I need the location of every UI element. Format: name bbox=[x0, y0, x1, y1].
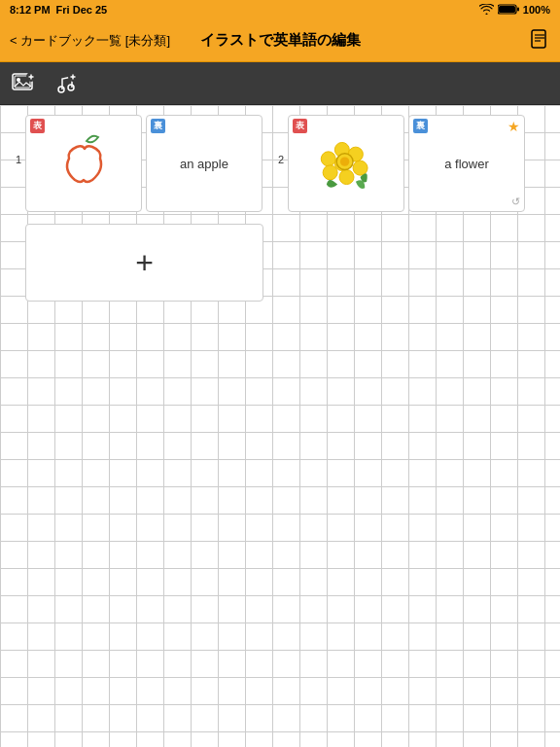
card-pair-1: 1 表 裏 an apple bbox=[10, 115, 262, 212]
apple-illustration bbox=[50, 129, 118, 197]
nav-bar: < カードブック一覧 [未分類] イラストで英単語の編集 bbox=[0, 19, 560, 62]
card-2-star[interactable]: ★ bbox=[508, 119, 520, 134]
svg-point-26 bbox=[339, 157, 348, 165]
svg-rect-2 bbox=[517, 7, 519, 11]
nav-title: イラストで英単語の編集 bbox=[200, 31, 361, 50]
card-2-front-badge: 表 bbox=[293, 119, 307, 133]
card-1-back[interactable]: 裏 an apple bbox=[146, 115, 262, 212]
status-day: Fri Dec 25 bbox=[56, 4, 108, 16]
card-1-front[interactable]: 表 bbox=[25, 115, 142, 212]
svg-point-14 bbox=[68, 85, 74, 90]
card-pair-2: 2 表 bbox=[272, 115, 525, 212]
back-button[interactable]: < カードブック一覧 [未分類] bbox=[10, 32, 170, 50]
status-time: 8:12 PM bbox=[10, 4, 51, 16]
card-2-back[interactable]: 裏 ★ ↺ a flower bbox=[408, 115, 525, 212]
music-tool-button[interactable] bbox=[52, 73, 78, 94]
back-label: < カードブック一覧 [未分類] bbox=[10, 32, 170, 50]
card-number-1: 1 bbox=[10, 154, 21, 165]
svg-rect-1 bbox=[499, 6, 515, 13]
card-2-back-badge: 裏 bbox=[413, 119, 428, 133]
svg-rect-3 bbox=[532, 30, 545, 48]
flower-illustration bbox=[310, 129, 383, 197]
card-2-back-text: a flower bbox=[444, 157, 489, 171]
add-card-button[interactable]: + bbox=[25, 224, 263, 302]
svg-point-9 bbox=[17, 78, 20, 82]
card-2-front[interactable]: 表 bbox=[288, 115, 404, 212]
card-2-rotate[interactable]: ↺ bbox=[511, 196, 520, 208]
image-tool-button[interactable] bbox=[12, 73, 37, 94]
battery-label: 100% bbox=[523, 4, 550, 16]
cards-area: 1 表 裏 an apple 2 表 bbox=[0, 105, 560, 311]
svg-point-20 bbox=[353, 160, 368, 175]
status-bar: 8:12 PM Fri Dec 25 100% bbox=[0, 0, 560, 19]
card-1-back-text: an apple bbox=[180, 157, 228, 171]
card-number-2: 2 bbox=[272, 154, 284, 165]
svg-point-22 bbox=[321, 152, 335, 166]
battery-icon bbox=[498, 4, 519, 17]
nav-right-icon[interactable] bbox=[529, 28, 550, 53]
wifi-icon bbox=[479, 4, 494, 17]
svg-point-23 bbox=[323, 165, 337, 180]
content-area: 1 表 裏 an apple 2 表 bbox=[0, 105, 560, 747]
svg-point-13 bbox=[58, 87, 64, 92]
card-1-front-badge: 表 bbox=[30, 119, 45, 133]
svg-point-24 bbox=[339, 170, 354, 185]
toolbar bbox=[0, 62, 560, 105]
add-card-icon: + bbox=[135, 245, 154, 281]
card-1-back-badge: 裏 bbox=[151, 119, 165, 133]
